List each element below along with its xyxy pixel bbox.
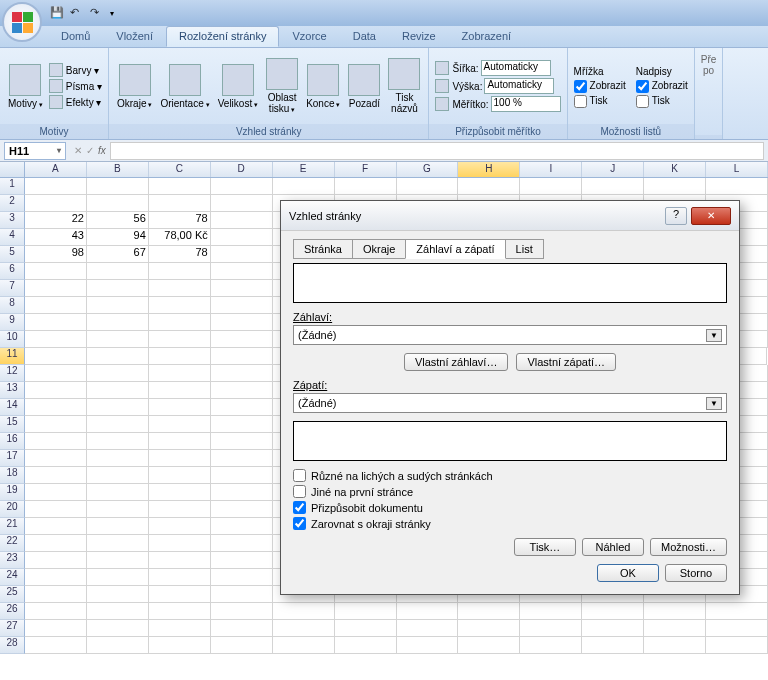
cell-C22[interactable] — [149, 535, 211, 552]
row-header-14[interactable]: 14 — [0, 399, 25, 416]
row-header-18[interactable]: 18 — [0, 467, 25, 484]
tab-home[interactable]: Domů — [48, 26, 103, 47]
cell-G28[interactable] — [397, 637, 459, 654]
cell-C14[interactable] — [149, 399, 211, 416]
row-header-21[interactable]: 21 — [0, 518, 25, 535]
cell-B18[interactable] — [87, 467, 149, 484]
headings-view-checkbox[interactable] — [636, 80, 649, 93]
cell-H27[interactable] — [458, 620, 520, 637]
custom-footer-button[interactable]: Vlastní zápatí… — [516, 353, 616, 371]
cell-J1[interactable] — [582, 178, 644, 195]
options-button[interactable]: Možnosti… — [650, 538, 727, 556]
row-header-24[interactable]: 24 — [0, 569, 25, 586]
row-header-11[interactable]: 11 — [0, 348, 25, 365]
custom-header-button[interactable]: Vlastní záhlaví… — [404, 353, 509, 371]
tab-review[interactable]: Revize — [389, 26, 449, 47]
cell-C28[interactable] — [149, 637, 211, 654]
row-header-13[interactable]: 13 — [0, 382, 25, 399]
cell-D12[interactable] — [211, 365, 273, 382]
header-select[interactable]: (Žádné) — [293, 325, 727, 345]
background-button[interactable]: Pozadí — [344, 62, 384, 111]
cell-D14[interactable] — [211, 399, 273, 416]
cell-D17[interactable] — [211, 450, 273, 467]
office-button[interactable] — [2, 2, 42, 42]
cell-I28[interactable] — [520, 637, 582, 654]
column-header-B[interactable]: B — [87, 162, 149, 177]
qat-dropdown-icon[interactable]: ▾ — [110, 9, 114, 18]
tab-page-layout[interactable]: Rozložení stránky — [166, 26, 279, 47]
cell-D6[interactable] — [211, 263, 273, 280]
fx-icon[interactable]: fx — [98, 145, 106, 156]
tab-formulas[interactable]: Vzorce — [279, 26, 339, 47]
dlgtab-zahlavi[interactable]: Záhlaví a zápatí — [405, 239, 505, 259]
cell-D11[interactable] — [211, 348, 273, 365]
ok-button[interactable]: OK — [597, 564, 659, 582]
cell-G27[interactable] — [397, 620, 459, 637]
cell-B24[interactable] — [87, 569, 149, 586]
cell-B9[interactable] — [87, 314, 149, 331]
cell-D21[interactable] — [211, 518, 273, 535]
row-header-25[interactable]: 25 — [0, 586, 25, 603]
name-box[interactable]: H11 — [4, 142, 66, 160]
cell-D18[interactable] — [211, 467, 273, 484]
save-icon[interactable]: 💾 — [50, 6, 64, 20]
select-all-corner[interactable] — [0, 162, 25, 177]
cell-A18[interactable] — [25, 467, 87, 484]
scale-with-doc-checkbox[interactable] — [293, 501, 306, 514]
cell-B11[interactable] — [87, 348, 149, 365]
column-header-C[interactable]: C — [149, 162, 211, 177]
row-header-17[interactable]: 17 — [0, 450, 25, 467]
cell-D7[interactable] — [211, 280, 273, 297]
cell-B6[interactable] — [87, 263, 149, 280]
dlgtab-list[interactable]: List — [505, 239, 544, 259]
cell-C10[interactable] — [149, 331, 211, 348]
cell-A5[interactable]: 98 — [25, 246, 87, 263]
cell-B15[interactable] — [87, 416, 149, 433]
cell-B7[interactable] — [87, 280, 149, 297]
column-header-K[interactable]: K — [644, 162, 706, 177]
cell-G26[interactable] — [397, 603, 459, 620]
dlgtab-stranka[interactable]: Stránka — [293, 239, 353, 259]
cell-B16[interactable] — [87, 433, 149, 450]
cell-D15[interactable] — [211, 416, 273, 433]
cell-D8[interactable] — [211, 297, 273, 314]
cell-C11[interactable] — [149, 348, 211, 365]
cell-H28[interactable] — [458, 637, 520, 654]
cell-A10[interactable] — [25, 331, 87, 348]
cell-C16[interactable] — [149, 433, 211, 450]
cell-A16[interactable] — [25, 433, 87, 450]
row-header-19[interactable]: 19 — [0, 484, 25, 501]
cell-A6[interactable] — [25, 263, 87, 280]
cell-A13[interactable] — [25, 382, 87, 399]
cell-D5[interactable] — [211, 246, 273, 263]
cell-J27[interactable] — [582, 620, 644, 637]
cell-A14[interactable] — [25, 399, 87, 416]
cell-J28[interactable] — [582, 637, 644, 654]
cell-A20[interactable] — [25, 501, 87, 518]
size-button[interactable]: Velikost — [214, 62, 262, 111]
cell-B2[interactable] — [87, 195, 149, 212]
cell-L27[interactable] — [706, 620, 768, 637]
print-titles-button[interactable]: Tisk názvů — [384, 56, 424, 116]
cell-E27[interactable] — [273, 620, 335, 637]
cell-H26[interactable] — [458, 603, 520, 620]
row-header-23[interactable]: 23 — [0, 552, 25, 569]
diff-first-checkbox[interactable] — [293, 485, 306, 498]
row-header-28[interactable]: 28 — [0, 637, 25, 654]
dialog-help-button[interactable]: ? — [665, 207, 687, 225]
cell-E26[interactable] — [273, 603, 335, 620]
cell-G1[interactable] — [397, 178, 459, 195]
cell-A27[interactable] — [25, 620, 87, 637]
cell-A2[interactable] — [25, 195, 87, 212]
cell-B13[interactable] — [87, 382, 149, 399]
cell-A23[interactable] — [25, 552, 87, 569]
align-margins-checkbox[interactable] — [293, 517, 306, 530]
cell-F28[interactable] — [335, 637, 397, 654]
cell-B8[interactable] — [87, 297, 149, 314]
cell-C9[interactable] — [149, 314, 211, 331]
row-header-10[interactable]: 10 — [0, 331, 25, 348]
cell-C21[interactable] — [149, 518, 211, 535]
cell-A11[interactable] — [25, 348, 87, 365]
tab-view[interactable]: Zobrazení — [449, 26, 525, 47]
cell-K26[interactable] — [644, 603, 706, 620]
